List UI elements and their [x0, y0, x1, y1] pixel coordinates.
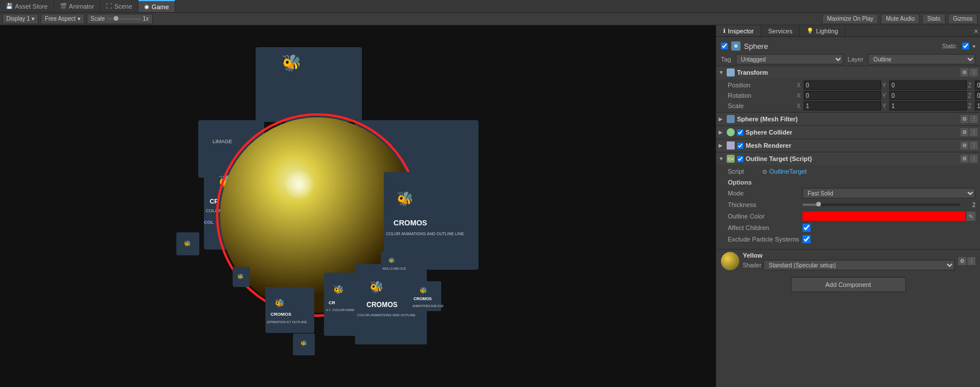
- rotation-x-input[interactable]: [804, 91, 881, 100]
- tab-services[interactable]: Services: [761, 25, 800, 36]
- mesh-filter-context-button[interactable]: ⋮: [970, 115, 978, 123]
- add-component-button[interactable]: Add Component: [791, 277, 906, 292]
- outline-context-button[interactable]: ⋮: [970, 155, 978, 163]
- shader-selector[interactable]: Standard (Specular setup): [763, 260, 955, 270]
- static-arrow-icon[interactable]: ▾: [973, 43, 975, 49]
- static-checkbox[interactable]: [962, 43, 969, 49]
- position-x-input[interactable]: [804, 81, 881, 90]
- aspect-selector[interactable]: Free Aspect ▾: [41, 14, 84, 24]
- scale-y-input[interactable]: [889, 101, 967, 110]
- renderer-icon: [727, 141, 735, 150]
- renderer-enabled-checkbox[interactable]: [737, 143, 743, 149]
- outline-enabled-checkbox[interactable]: [737, 156, 743, 162]
- tab-inspector[interactable]: ℹ Inspector: [716, 25, 761, 36]
- thickness-slider-thumb[interactable]: [816, 202, 821, 206]
- outline-settings-icon[interactable]: ⚙: [960, 155, 969, 163]
- renderer-settings-icon[interactable]: ⚙: [960, 141, 969, 150]
- thickness-slider-track[interactable]: [802, 204, 960, 206]
- tab-scene[interactable]: ⛶ Scene: [101, 0, 138, 12]
- collider-settings-icon[interactable]: ⚙: [960, 128, 969, 136]
- renderer-context-button[interactable]: ⋮: [970, 141, 978, 150]
- material-context-button[interactable]: ⋮: [967, 257, 975, 265]
- display-label: Display 1: [6, 16, 30, 22]
- display-selector[interactable]: Display 1 ▾: [2, 14, 38, 24]
- affect-children-checkbox[interactable]: [802, 224, 811, 232]
- tag-selector[interactable]: Untagged: [736, 54, 843, 64]
- toolbar-right-buttons: Maximize On Play Mute Audio Stats Gizmos: [822, 14, 978, 24]
- svg-text:🐝: 🐝: [388, 257, 395, 264]
- static-text-label: Static: [942, 43, 956, 49]
- object-name[interactable]: Sphere: [744, 42, 939, 51]
- svg-text:ANIMATIONS AND DUE: ANIMATIONS AND DUE: [412, 304, 444, 308]
- tag-label: Tag: [721, 56, 731, 63]
- tab-lighting[interactable]: 💡 Lighting: [800, 25, 846, 36]
- outline-color-swatch[interactable]: [802, 212, 965, 221]
- transform-toggle-icon: ▼: [719, 70, 724, 75]
- asset-store-icon: 💾: [6, 3, 13, 9]
- position-z-input[interactable]: [975, 81, 980, 90]
- scale-control[interactable]: Scale 1x: [87, 14, 153, 24]
- script-row: Script ⊙ OutlineTarget: [716, 166, 980, 177]
- tag-layer-row: Tag Untagged Layer Outline: [716, 53, 980, 66]
- transform-settings-icon[interactable]: ⚙: [960, 68, 969, 76]
- sphere-mesh-filter-header[interactable]: ▶ Sphere (Mesh Filter) ⚙ ⋮: [716, 113, 980, 125]
- color-eyedropper-button[interactable]: ✎: [966, 212, 975, 221]
- sphere-collider-header[interactable]: ▶ Sphere Collider ⚙ ⋮: [716, 126, 980, 139]
- collider-toggle-icon: ▶: [719, 129, 724, 135]
- rotation-y-input[interactable]: [889, 91, 967, 100]
- mesh-filter-settings-icon[interactable]: ⚙: [960, 115, 969, 123]
- rotation-row: Rotation X Y Z: [716, 90, 980, 101]
- tab-asset-store[interactable]: 💾 Asset Store: [0, 0, 54, 12]
- mute-audio-button[interactable]: Mute Audio: [881, 14, 920, 24]
- inspector-close-button[interactable]: ✕: [972, 25, 980, 37]
- rotation-z-input[interactable]: [975, 91, 980, 100]
- script-value[interactable]: OutlineTarget: [769, 168, 807, 175]
- position-x-field: X: [797, 81, 881, 90]
- collider-icon: [727, 128, 735, 136]
- svg-text:COL: COL: [204, 220, 214, 225]
- tab-animator-label: Animator: [69, 3, 94, 10]
- svg-text:CROMOS: CROMOS: [414, 297, 432, 301]
- maximize-on-play-button[interactable]: Maximize On Play: [822, 14, 879, 24]
- layer-selector[interactable]: Outline: [868, 54, 975, 64]
- mesh-filter-name: Sphere (Mesh Filter): [737, 116, 958, 122]
- script-label: Script: [728, 168, 762, 175]
- material-name: Yellow: [743, 252, 955, 259]
- thickness-control: 2: [802, 202, 975, 208]
- position-y-input[interactable]: [889, 81, 967, 90]
- mesh-renderer-header[interactable]: ▶ Mesh Renderer ⚙ ⋮: [716, 139, 980, 152]
- scale-label: Scale: [91, 16, 105, 22]
- transform-header[interactable]: ▼ Transform ⚙ ⋮: [716, 66, 980, 79]
- inspector-scroll-area[interactable]: Sphere Static ▾ Tag Untagged Layer Outli…: [716, 37, 980, 387]
- collider-context-button[interactable]: ⋮: [970, 128, 978, 136]
- scale-x-input[interactable]: [804, 101, 881, 110]
- rotation-x-axis: X: [797, 93, 802, 99]
- material-settings-icon[interactable]: ⚙: [958, 257, 966, 265]
- position-x-axis: X: [797, 82, 802, 89]
- tab-game[interactable]: ◉ Game: [138, 0, 175, 12]
- tab-services-label: Services: [768, 28, 792, 35]
- scale-x-axis: X: [797, 103, 802, 109]
- tab-game-label: Game: [152, 3, 169, 10]
- outline-target-component: ▼ C# Outline Target (Script) ⚙ ⋮ Script …: [716, 152, 980, 249]
- mode-selector[interactable]: Fast Solid: [802, 188, 975, 198]
- stats-button[interactable]: Stats: [922, 14, 946, 24]
- rotation-fields: X Y Z: [797, 91, 980, 100]
- collider-enabled-checkbox[interactable]: [737, 129, 743, 136]
- transform-context-button[interactable]: ⋮: [970, 68, 978, 76]
- transform-component: ▼ Transform ⚙ ⋮ Position X: [716, 66, 980, 112]
- game-viewport[interactable]: 🐝 LIMAGE 🐝 CR COLOR ANIM COL E 🐝: [0, 25, 716, 387]
- exclude-particles-row: Exclude Particle Systems: [728, 234, 975, 244]
- inspector-tab-bar: ℹ Inspector Services 💡 Lighting ✕: [716, 25, 980, 37]
- exclude-particles-checkbox[interactable]: [802, 235, 811, 243]
- outline-target-header[interactable]: ▼ C# Outline Target (Script) ⚙ ⋮: [716, 152, 980, 165]
- scale-z-input[interactable]: [975, 101, 980, 110]
- object-active-checkbox[interactable]: [721, 43, 728, 49]
- svg-text:🐝: 🐝: [275, 298, 285, 308]
- material-info: Yellow Shader Standard (Specular setup): [743, 252, 955, 270]
- game-toolbar: Display 1 ▾ Free Aspect ▾ Scale 1x Maxim…: [0, 13, 980, 25]
- gizmos-button[interactable]: Gizmos: [948, 14, 978, 24]
- rotation-x-field: X: [797, 91, 881, 100]
- tab-animator[interactable]: 🎬 Animator: [54, 0, 101, 12]
- inspector-icon: ℹ: [723, 28, 726, 34]
